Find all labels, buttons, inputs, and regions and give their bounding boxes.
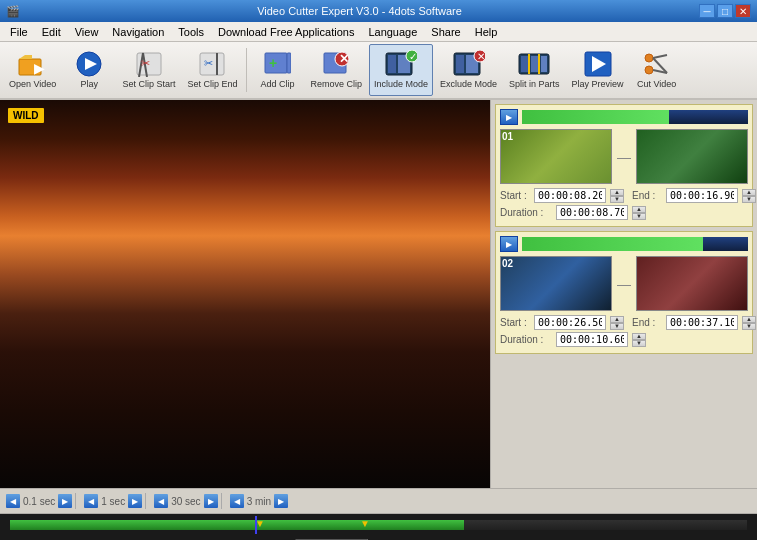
end-down-01[interactable]: ▼: [742, 196, 756, 203]
end-spinner-02[interactable]: ▲ ▼: [742, 316, 756, 330]
window-icon: 🎬: [6, 5, 20, 18]
duration-down-02[interactable]: ▼: [632, 340, 646, 347]
clip-progress-02: [522, 237, 748, 251]
start-up-01[interactable]: ▲: [610, 189, 624, 196]
duration-up-02[interactable]: ▲: [632, 333, 646, 340]
cut-video-icon: [641, 50, 673, 78]
svg-rect-29: [521, 56, 529, 72]
menu-item-help[interactable]: Help: [469, 24, 504, 40]
menu-item-download-free-applications[interactable]: Download Free Applications: [212, 24, 360, 40]
clip-thumb-mid-02: —: [614, 256, 634, 311]
toolbar-sep-4: [246, 48, 247, 92]
timeline-scale-3: ◀3 min▶: [230, 494, 288, 508]
scrubber-progress: [10, 520, 464, 530]
svg-text:✕: ✕: [476, 51, 484, 62]
svg-marker-1: [19, 55, 32, 59]
end-input-02[interactable]: [666, 315, 738, 330]
clip-thumb-right-01: [636, 129, 748, 184]
play-icon: [73, 50, 105, 78]
timeline-prev-3[interactable]: ◀: [230, 494, 244, 508]
close-button[interactable]: ✕: [735, 4, 751, 18]
clips-panel[interactable]: ▶ 01 — Start : ▲ ▼ End :: [490, 100, 757, 488]
svg-rect-13: [287, 53, 291, 73]
start-input-01[interactable]: [534, 188, 606, 203]
svg-point-36: [645, 54, 653, 62]
start-down-02[interactable]: ▼: [610, 323, 624, 330]
end-up-01[interactable]: ▲: [742, 189, 756, 196]
menu-item-file[interactable]: File: [4, 24, 34, 40]
split-in-parts-button[interactable]: Split in Parts: [504, 44, 565, 96]
title-bar: 🎬 Video Cutter Expert V3.0 - 4dots Softw…: [0, 0, 757, 22]
timeline-scale-2: ◀30 sec▶: [154, 493, 221, 509]
set-clip-end-button[interactable]: ✂ Set Clip End: [182, 44, 242, 96]
play-preview-button[interactable]: Play Preview: [567, 44, 629, 96]
clip-play-02[interactable]: ▶: [500, 236, 518, 252]
menu-item-language[interactable]: Language: [362, 24, 423, 40]
timeline-next-1[interactable]: ▶: [128, 494, 142, 508]
remove-clip-icon: ✕: [320, 50, 352, 78]
timeline-next-2[interactable]: ▶: [204, 494, 218, 508]
clip-duration-row-02: Duration : ▲ ▼: [500, 332, 748, 347]
timeline-next-3[interactable]: ▶: [274, 494, 288, 508]
start-spinner-01[interactable]: ▲ ▼: [610, 189, 624, 203]
clip-play-01[interactable]: ▶: [500, 109, 518, 125]
cut-video-button[interactable]: Cut Video: [631, 44, 683, 96]
scrubber-area[interactable]: ▼ ▼ ▲ ▼ / 00:01:00.3 Show Storyboard: [0, 514, 757, 540]
duration-input-01[interactable]: [556, 205, 628, 220]
start-down-01[interactable]: ▼: [610, 196, 624, 203]
duration-down-01[interactable]: ▼: [632, 213, 646, 220]
add-clip-button[interactable]: + Add Clip: [251, 44, 303, 96]
timeline-scale-0: ◀0.1 sec▶: [6, 493, 76, 509]
split-in-parts-label: Split in Parts: [509, 80, 560, 90]
open-video-button[interactable]: ▶ Open Video: [4, 44, 61, 96]
toolbar: ▶ Open Video Play ✂ Set Clip Start ✂ Set…: [0, 42, 757, 100]
timeline-next-0[interactable]: ▶: [58, 494, 72, 508]
end-down-02[interactable]: ▼: [742, 323, 756, 330]
end-input-01[interactable]: [666, 188, 738, 203]
maximize-button[interactable]: □: [717, 4, 733, 18]
svg-text:+: +: [269, 55, 277, 71]
window-controls: ─ □ ✕: [699, 4, 751, 18]
end-up-02[interactable]: ▲: [742, 316, 756, 323]
svg-point-37: [645, 66, 653, 74]
add-clip-label: Add Clip: [260, 80, 294, 90]
menu-item-navigation[interactable]: Navigation: [106, 24, 170, 40]
clip-thumb-right-02: [636, 256, 748, 311]
duration-up-01[interactable]: ▲: [632, 206, 646, 213]
open-video-icon: ▶: [17, 50, 49, 78]
svg-text:✂: ✂: [204, 57, 213, 69]
exclude-mode-button[interactable]: ✕ Exclude Mode: [435, 44, 502, 96]
menu-item-edit[interactable]: Edit: [36, 24, 67, 40]
clip-thumb-left-02: 02: [500, 256, 612, 311]
split-in-parts-icon: [518, 50, 550, 78]
timeline-prev-1[interactable]: ◀: [84, 494, 98, 508]
menu-item-view[interactable]: View: [69, 24, 105, 40]
play-preview-icon: [582, 50, 614, 78]
set-clip-start-button[interactable]: ✂ Set Clip Start: [117, 44, 180, 96]
clip-start-row-02: Start : ▲ ▼ End : ▲ ▼: [500, 315, 748, 330]
timeline-controls: ◀0.1 sec▶◀1 sec▶◀30 sec▶◀3 min▶: [0, 488, 757, 514]
start-up-02[interactable]: ▲: [610, 316, 624, 323]
clip-thumbs-01: 01 —: [500, 129, 748, 184]
clip-start-row-01: Start : ▲ ▼ End : ▲ ▼: [500, 188, 748, 203]
duration-spinner-01[interactable]: ▲ ▼: [632, 206, 646, 220]
svg-text:▶: ▶: [34, 60, 45, 76]
start-spinner-02[interactable]: ▲ ▼: [610, 316, 624, 330]
remove-clip-button[interactable]: ✕ Remove Clip: [305, 44, 367, 96]
natgeo-badge: WILD: [8, 108, 44, 123]
include-mode-icon: ✓: [385, 50, 417, 78]
menu-item-share[interactable]: Share: [425, 24, 466, 40]
svg-text:✕: ✕: [339, 52, 349, 66]
include-mode-button[interactable]: ✓ Include Mode: [369, 44, 433, 96]
timeline-prev-0[interactable]: ◀: [6, 494, 20, 508]
duration-input-02[interactable]: [556, 332, 628, 347]
start-input-02[interactable]: [534, 315, 606, 330]
clip-header-01: ▶: [500, 109, 748, 125]
end-spinner-01[interactable]: ▲ ▼: [742, 189, 756, 203]
play-button[interactable]: Play: [63, 44, 115, 96]
minimize-button[interactable]: ─: [699, 4, 715, 18]
svg-line-38: [653, 55, 667, 58]
timeline-prev-2[interactable]: ◀: [154, 494, 168, 508]
duration-spinner-02[interactable]: ▲ ▼: [632, 333, 646, 347]
menu-item-tools[interactable]: Tools: [172, 24, 210, 40]
